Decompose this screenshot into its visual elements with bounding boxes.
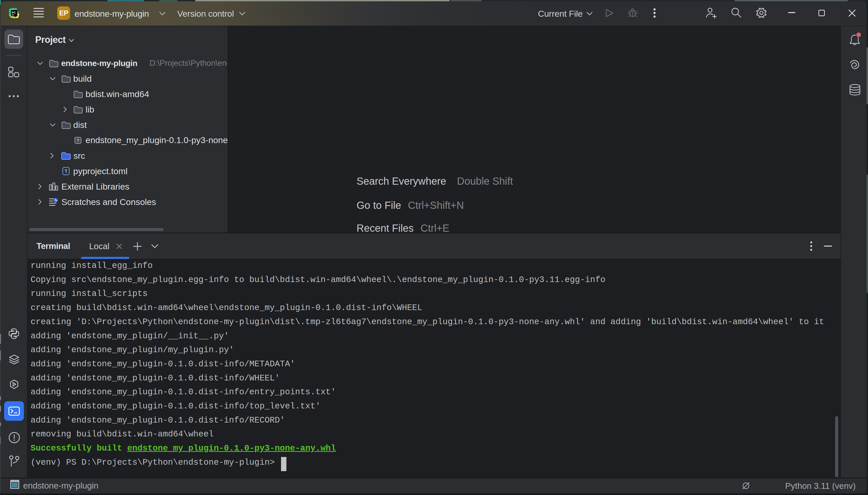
svg-text:PC: PC [12, 11, 16, 14]
svg-text:T: T [65, 169, 68, 174]
svg-text:?: ? [76, 138, 79, 143]
